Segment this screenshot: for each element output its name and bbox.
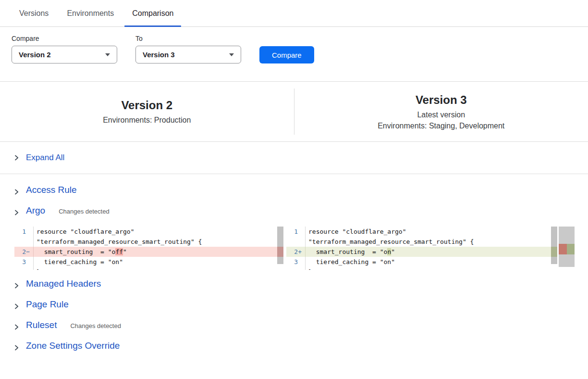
version-right-subtitle: Latest version	[417, 111, 465, 119]
sections-list: Access Rule Argo Changes detected 1 reso…	[0, 185, 588, 355]
chevron-right-icon	[13, 283, 19, 289]
chevron-right-icon	[13, 210, 19, 215]
version-left-column: Version 2 Environments: Production	[0, 99, 294, 125]
section-zone-settings-override[interactable]: Zone Settings Override	[0, 341, 588, 355]
to-field: To Version 3	[135, 35, 241, 63]
line-number: 1	[14, 227, 34, 237]
version-left-title: Version 2	[121, 99, 172, 112]
line-number	[286, 267, 306, 270]
compare-version-select[interactable]: Version 2	[12, 46, 117, 63]
code-text: "terraform_managed_resource_smart_routin…	[34, 237, 202, 247]
code-line: 1 resource "cloudflare_argo"	[286, 227, 557, 237]
line-number: 2+	[286, 247, 306, 257]
code-line: }	[286, 267, 557, 270]
expand-all-row: Expand All	[0, 142, 588, 174]
section-argo[interactable]: Argo Changes detected	[0, 205, 588, 220]
versions-header: Version 2 Environments: Production Versi…	[0, 81, 588, 142]
to-label: To	[135, 35, 241, 42]
code-text: resource "cloudflare_argo"	[34, 227, 135, 237]
section-label[interactable]: Managed Headers	[26, 278, 101, 289]
chevron-down-icon	[105, 53, 110, 56]
section-label[interactable]: Argo	[26, 205, 45, 216]
version-right-title: Version 3	[416, 93, 467, 107]
compare-version-value: Version 2	[19, 51, 51, 59]
chevron-right-icon	[13, 324, 19, 330]
tab-environments[interactable]: Environments	[67, 0, 114, 26]
tab-comparison[interactable]: Comparison	[132, 0, 173, 26]
diff-pane-left[interactable]: 1 resource "cloudflare_argo" "terraform_…	[14, 227, 283, 270]
version-right-column: Version 3 Latest version Environments: S…	[294, 93, 588, 130]
tabs-bar: Versions Environments Comparison	[0, 0, 588, 27]
section-label[interactable]: Zone Settings Override	[26, 341, 120, 351]
code-text: smart_routing = "on"	[306, 247, 395, 257]
code-text: resource "cloudflare_argo"	[306, 227, 406, 237]
to-version-value: Version 3	[143, 51, 175, 59]
code-text: }	[306, 267, 312, 270]
code-text: tiered_caching = "on"	[34, 257, 123, 267]
line-number	[14, 237, 34, 247]
code-text: tiered_caching = "on"	[306, 257, 395, 267]
code-line: 3 tiered_caching = "on"	[14, 257, 283, 267]
chevron-right-icon	[13, 155, 19, 161]
version-right-environments: Environments: Staging, Development	[378, 122, 504, 130]
removed-change-marker	[277, 247, 283, 257]
section-ruleset[interactable]: Ruleset Changes detected	[0, 320, 588, 334]
added-overview-marker	[567, 244, 575, 254]
chevron-right-icon	[13, 345, 19, 351]
removed-overview-marker	[559, 244, 567, 254]
tab-versions[interactable]: Versions	[19, 0, 49, 26]
line-number	[14, 267, 34, 270]
added-change-marker	[551, 247, 557, 257]
line-number	[286, 237, 306, 247]
code-text: "terraform_managed_resource_smart_routin…	[306, 237, 474, 247]
section-label[interactable]: Ruleset	[26, 320, 57, 330]
section-access-rule[interactable]: Access Rule	[0, 185, 588, 199]
section-label[interactable]: Access Rule	[26, 185, 77, 195]
chevron-down-icon	[229, 53, 234, 56]
line-number: 3	[14, 257, 34, 267]
removed-word-highlight: ff	[115, 248, 123, 255]
compare-field: Compare Version 2	[12, 35, 117, 63]
diff-pane-right[interactable]: 1 resource "cloudflare_argo" "terraform_…	[286, 227, 557, 270]
code-line: 1 resource "cloudflare_argo"	[14, 227, 283, 237]
changes-detected-badge: Changes detected	[59, 208, 110, 215]
section-page-rule[interactable]: Page Rule	[0, 299, 588, 314]
scrollbar[interactable]	[551, 227, 557, 264]
code-line-added: 2+ smart_routing = "on"	[286, 247, 557, 257]
code-line: }	[14, 267, 283, 270]
compare-button[interactable]: Compare	[259, 46, 314, 63]
changes-detected-badge: Changes detected	[70, 322, 121, 329]
code-line: "terraform_managed_resource_smart_routin…	[14, 237, 283, 247]
diff-overview-marker	[559, 244, 575, 254]
section-managed-headers[interactable]: Managed Headers	[0, 278, 588, 293]
scrollbar[interactable]	[277, 227, 283, 264]
diff-overview-ruler[interactable]	[559, 227, 575, 267]
line-number: 1	[286, 227, 306, 237]
compare-controls: Compare Version 2 To Version 3 Compare	[12, 35, 576, 63]
code-line-removed: 2− smart_routing = "off"	[14, 247, 283, 257]
code-text: smart_routing = "off"	[34, 247, 127, 257]
version-left-environments: Environments: Production	[103, 116, 191, 125]
line-number: 3	[286, 257, 306, 267]
expand-all-link[interactable]: Expand All	[26, 153, 64, 163]
argo-diff: 1 resource "cloudflare_argo" "terraform_…	[14, 227, 588, 270]
to-version-select[interactable]: Version 3	[135, 46, 241, 63]
chevron-right-icon	[13, 189, 19, 195]
code-line: "terraform_managed_resource_smart_routin…	[286, 237, 557, 247]
section-label[interactable]: Page Rule	[26, 299, 69, 310]
code-text: }	[34, 267, 40, 270]
compare-label: Compare	[12, 35, 117, 42]
code-line: 3 tiered_caching = "on"	[286, 257, 557, 267]
line-number: 2−	[14, 247, 34, 257]
chevron-right-icon	[13, 303, 19, 309]
